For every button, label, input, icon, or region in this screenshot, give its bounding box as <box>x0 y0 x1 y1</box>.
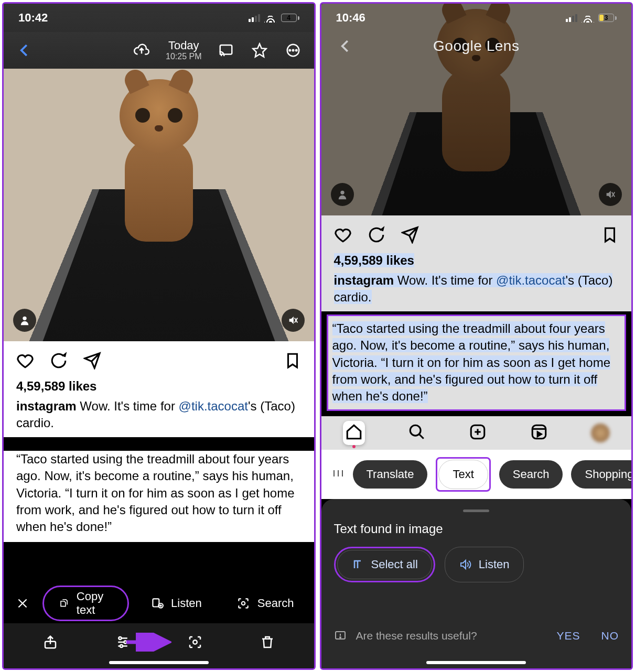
header-subtitle: 10:25 PM <box>166 52 201 61</box>
lens-title: Google Lens <box>433 38 519 55</box>
svg-point-21 <box>193 640 197 644</box>
select-all-button[interactable]: Select all <box>337 550 432 579</box>
caption-username[interactable]: instagram <box>16 399 77 413</box>
feedback-prompt: Are these results useful? <box>356 630 477 642</box>
nav-profile-avatar <box>591 424 610 442</box>
caption-mention[interactable]: @tik.tacocat <box>179 399 248 413</box>
svg-rect-0 <box>220 45 232 55</box>
highlight-copy-text: Copy text <box>42 586 129 621</box>
cast-icon[interactable] <box>217 41 235 60</box>
listen-button[interactable]: Listen <box>445 547 524 582</box>
chip-shopping[interactable]: Shopping <box>571 460 631 489</box>
status-bar: 10:46 3 <box>321 4 632 32</box>
listen-button[interactable]: Listen <box>136 588 216 619</box>
photos-header: Today 10:25 PM <box>4 32 314 69</box>
lens-mode-chips: Translate Text Search Shopping <box>321 450 632 499</box>
signal-icon <box>249 14 260 22</box>
svg-point-6 <box>23 317 26 320</box>
battery-icon: 3 <box>598 14 617 22</box>
svg-point-4 <box>292 50 294 51</box>
lens-action-icon[interactable] <box>187 634 203 652</box>
sheet-title: Text found in image <box>334 522 619 536</box>
caption-username: instagram <box>334 273 394 287</box>
tagged-people-icon[interactable] <box>13 309 36 332</box>
share-icon[interactable] <box>83 352 101 372</box>
status-time: 10:42 <box>18 11 48 25</box>
share-icon <box>401 226 419 246</box>
search-button[interactable]: Search <box>223 588 308 619</box>
listen-label: Listen <box>479 558 510 571</box>
caption-mention: @tik.tacocat <box>496 273 565 287</box>
feedback-yes[interactable]: YES <box>556 630 580 642</box>
bookmark-icon[interactable] <box>284 352 302 372</box>
status-time: 10:46 <box>336 11 365 25</box>
wifi-icon <box>264 13 277 23</box>
svg-point-26 <box>410 425 421 436</box>
svg-point-20 <box>120 645 123 647</box>
header-title-block: Today 10:25 PM <box>166 39 201 61</box>
svg-point-13 <box>242 602 245 605</box>
comment-icon[interactable] <box>50 352 68 372</box>
copy-text-button[interactable]: Copy text <box>45 588 126 619</box>
more-icon[interactable] <box>284 41 303 60</box>
svg-marker-1 <box>253 44 266 57</box>
filter-icon[interactable] <box>332 467 345 482</box>
svg-point-39 <box>340 637 341 638</box>
lens-header: Google Lens <box>321 30 632 62</box>
likes-count[interactable]: 4,59,589 likes <box>16 379 302 394</box>
share-action-icon[interactable] <box>42 634 58 652</box>
post-caption: instagram Wow. It's time for @tik.tacoca… <box>16 398 302 432</box>
back-icon[interactable] <box>336 37 355 56</box>
mute-icon <box>599 183 622 206</box>
wifi-icon <box>582 13 594 23</box>
phone-right-google-lens: 10:46 3 Google Lens 4,59,589 likes insta… <box>320 2 633 670</box>
star-icon[interactable] <box>250 41 269 60</box>
svg-point-3 <box>289 50 290 51</box>
battery-icon: 4 <box>281 14 299 22</box>
chip-search[interactable]: Search <box>499 460 563 489</box>
instagram-bottom-nav <box>321 416 632 450</box>
svg-point-23 <box>340 191 344 194</box>
home-indicator[interactable] <box>109 661 209 664</box>
post-quote-paragraph: “Taco started using the treadmill about … <box>4 451 314 542</box>
close-lens-button[interactable] <box>10 588 35 619</box>
like-heart-icon <box>334 226 352 246</box>
svg-point-5 <box>296 50 297 51</box>
highlight-chip-text: Text <box>436 457 490 492</box>
highlight-select-all: Select all <box>334 547 435 582</box>
sheet-action-pills: Select all Listen <box>334 547 619 582</box>
signal-icon <box>566 14 577 22</box>
nav-reels-icon <box>530 423 548 443</box>
status-right: 3 <box>566 13 617 23</box>
mute-icon[interactable] <box>282 309 305 332</box>
status-right: 4 <box>249 13 299 23</box>
tagged-people-icon <box>331 183 354 206</box>
comment-icon <box>368 226 385 246</box>
sheet-grab-handle[interactable] <box>463 510 489 512</box>
nav-new-post-icon <box>469 423 487 443</box>
feedback-no[interactable]: NO <box>601 630 619 642</box>
post-caption: instagram Wow. It's time for @tik.tacoca… <box>334 272 619 306</box>
status-bar: 10:42 4 <box>4 4 314 32</box>
instagram-post-info: 4,59,589 likes instagram Wow. It's time … <box>4 341 314 437</box>
cloud-upload-icon[interactable] <box>132 41 151 60</box>
chip-translate[interactable]: Translate <box>353 460 428 489</box>
chip-text[interactable]: Text <box>438 460 488 489</box>
phone-left-google-photos: 10:42 4 Today 10:25 PM <box>2 2 316 670</box>
post-action-row <box>16 352 302 372</box>
nav-search-icon <box>408 423 426 443</box>
bookmark-icon <box>601 226 619 246</box>
like-heart-icon[interactable] <box>16 352 34 372</box>
svg-point-18 <box>119 637 121 640</box>
svg-line-27 <box>419 434 424 439</box>
delete-action-icon[interactable] <box>260 634 275 652</box>
instagram-post-info: 4,59,589 likes instagram Wow. It's time … <box>321 215 632 311</box>
annotation-arrow <box>124 633 171 654</box>
home-indicator[interactable] <box>426 661 526 664</box>
copy-text-label: Copy text <box>77 590 113 617</box>
back-icon[interactable] <box>15 41 34 60</box>
feedback-row: Are these results useful? YES NO <box>334 630 619 642</box>
search-label: Search <box>257 597 294 610</box>
instagram-video-thumbnail <box>4 69 314 341</box>
lens-bottom-sheet: Text found in image Select all Listen Ar… <box>321 499 632 668</box>
